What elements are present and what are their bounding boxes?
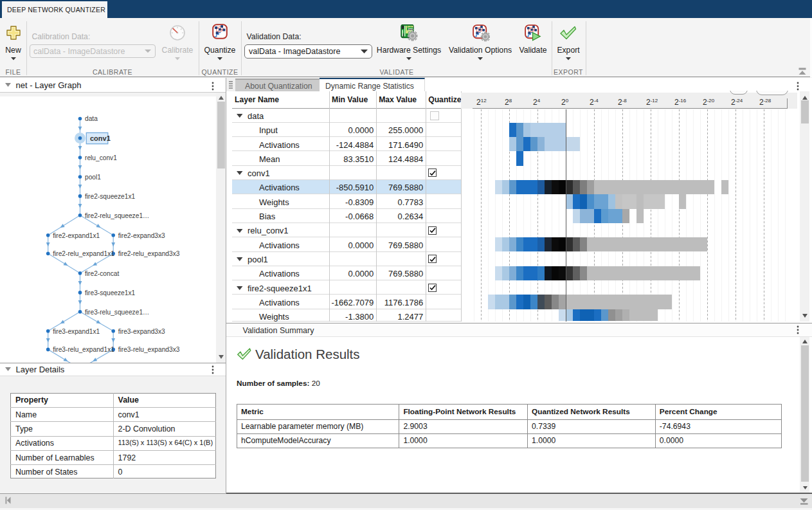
svg-text:fire3-squeeze1x1: fire3-squeeze1x1 — [85, 289, 135, 296]
svg-text:fire2-relu_expand3x3: fire2-relu_expand3x3 — [118, 250, 180, 257]
svg-text:fire3-expand3x3: fire3-expand3x3 — [118, 327, 165, 334]
svg-text:fire3-expand1x1: fire3-expand1x1 — [53, 327, 100, 334]
svg-text:pool1: pool1 — [85, 173, 101, 180]
svg-text:fire2-squeeze1x1: fire2-squeeze1x1 — [85, 192, 135, 199]
svg-text:fire2-expand1x1: fire2-expand1x1 — [53, 232, 100, 239]
svg-text:relu_conv1: relu_conv1 — [85, 154, 117, 161]
svg-text:conv1: conv1 — [90, 134, 111, 141]
svg-text:fire3-relu_squeeze1…: fire3-relu_squeeze1… — [85, 308, 149, 315]
svg-text:fire2-relu_squeeze1…: fire2-relu_squeeze1… — [85, 212, 149, 219]
svg-text:fire3-relu_expand3x3: fire3-relu_expand3x3 — [118, 346, 180, 353]
svg-text:fire2-relu_expand1x1: fire2-relu_expand1x1 — [53, 250, 114, 257]
svg-text:data: data — [85, 115, 98, 122]
svg-text:fire3-relu_expand1x1: fire3-relu_expand1x1 — [53, 346, 114, 353]
svg-text:fire2-concat: fire2-concat — [85, 269, 119, 277]
svg-text:fire2-expand3x3: fire2-expand3x3 — [118, 232, 165, 239]
